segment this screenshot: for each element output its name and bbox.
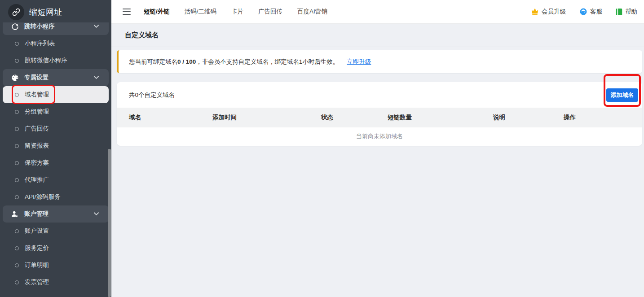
topbar: 短链/外链活码/二维码卡片广告回传百度AI营销 会员升级 客服 帮助 [111, 0, 644, 24]
sidebar-item[interactable]: 跳转微信小程序 [3, 52, 109, 69]
help-icon [616, 8, 622, 16]
domains-panel: 共0个自定义域名 添加域名 域名添加时间状态短链数量说明操作 当前尚未添加域名 [117, 82, 642, 146]
bullet-icon [15, 93, 19, 97]
customer-service-icon [579, 8, 587, 16]
app-title: 缩短网址 [29, 7, 62, 17]
topbar-actions: 会员升级 客服 帮助 [531, 8, 637, 16]
tab[interactable]: 广告回传 [258, 8, 282, 16]
sidebar-scrollbar-thumb[interactable] [108, 149, 111, 297]
upgrade-membership-button[interactable]: 会员升级 [531, 8, 566, 16]
column-header: 短链数量 [375, 108, 481, 127]
quota-alert: 您当前可绑定域名0 / 100，非会员不支持自定义域名，绑定域名1小时后生效。 … [117, 50, 642, 73]
sidebar-item[interactable]: 服务定价 [3, 240, 109, 257]
palette-icon [11, 74, 19, 82]
sidebar-item[interactable]: 代理推广 [3, 171, 109, 188]
sidebar-item[interactable]: 订单明细 [3, 257, 109, 274]
sidebar-item[interactable]: 小程序列表 [3, 35, 109, 52]
tab[interactable]: 百度AI营销 [297, 8, 327, 16]
column-header: 说明 [481, 108, 551, 127]
column-header: 状态 [309, 108, 375, 127]
tab[interactable]: 短链/外链 [144, 8, 170, 16]
column-header: 操作 [551, 108, 642, 127]
bullet-icon [15, 42, 19, 46]
bullet-icon [15, 195, 19, 199]
table-header-row: 域名添加时间状态短链数量说明操作 [117, 108, 642, 127]
sidebar-item[interactable]: 账户设置 [3, 223, 109, 240]
bullet-icon [15, 229, 19, 233]
domains-table: 域名添加时间状态短链数量说明操作 当前尚未添加域名 [117, 108, 642, 146]
table-empty-row: 当前尚未添加域名 [117, 127, 642, 146]
chevron-down-icon [94, 212, 99, 216]
tab[interactable]: 卡片 [231, 8, 243, 16]
hamburger-menu-icon[interactable] [123, 9, 131, 15]
sidebar-item[interactable]: 保密方案 [3, 154, 109, 171]
bullet-icon [15, 263, 19, 267]
sidebar-item[interactable]: 广告回传 [3, 120, 109, 137]
sidebar-item[interactable]: 发票管理 [3, 274, 109, 291]
domains-panel-header: 共0个自定义域名 添加域名 [117, 82, 642, 108]
sidebar-section[interactable]: 专属设置 [3, 69, 109, 86]
alert-text: 您当前可绑定域名 [129, 58, 177, 65]
tab[interactable]: 活码/二维码 [185, 8, 216, 16]
help-button[interactable]: 帮助 [616, 8, 637, 16]
user-gear-icon [11, 210, 19, 218]
bullet-icon [15, 161, 19, 165]
quota-value: 0 / 100 [177, 58, 196, 65]
sidebar-item[interactable]: 留资报表 [3, 137, 109, 154]
bullet-icon [15, 127, 19, 131]
page-header: 自定义域名 [111, 24, 644, 47]
column-header: 添加时间 [200, 108, 309, 127]
bullet-icon [15, 246, 19, 250]
upgrade-now-link[interactable]: 立即升级 [347, 58, 371, 66]
content: 您当前可绑定域名0 / 100，非会员不支持自定义域名，绑定域名1小时后生效。 … [111, 47, 644, 146]
sidebar: 跳转小程序 小程序列表 跳转微信小程序 专属设置 域名管理 分组管理 广告回传 … [0, 0, 111, 297]
alert-text-suffix: ，非会员不支持自定义域名，绑定域名1小时后生效。 [196, 58, 339, 65]
column-header: 域名 [117, 108, 200, 127]
add-domain-button[interactable]: 添加域名 [606, 88, 638, 102]
mini-program-icon [11, 23, 19, 31]
empty-state-text: 当前尚未添加域名 [117, 127, 642, 146]
sidebar-item[interactable]: API/源码服务 [3, 188, 109, 205]
sidebar-item[interactable]: 域名管理 [3, 86, 109, 103]
bullet-icon [15, 280, 19, 284]
crown-icon [531, 8, 539, 15]
sidebar-nav: 跳转小程序 小程序列表 跳转微信小程序 专属设置 域名管理 分组管理 广告回传 … [0, 18, 111, 291]
customer-service-button[interactable]: 客服 [579, 8, 602, 16]
chevron-down-icon [94, 76, 99, 79]
main-area: 短链/外链活码/二维码卡片广告回传百度AI营销 会员升级 客服 帮助 自定义域名… [111, 0, 644, 297]
page-title: 自定义域名 [125, 31, 159, 39]
bullet-icon [15, 110, 19, 114]
link-icon [8, 4, 24, 20]
sidebar-section[interactable]: 账户管理 [3, 205, 109, 223]
sidebar-item[interactable]: 分组管理 [3, 103, 109, 120]
domain-count-text: 共0个自定义域名 [129, 91, 175, 99]
chevron-down-icon [94, 25, 99, 28]
bullet-icon [15, 144, 19, 148]
app-logo: 缩短网址 [0, 0, 111, 22]
bullet-icon [15, 178, 19, 182]
topbar-tabs: 短链/外链活码/二维码卡片广告回传百度AI营销 [144, 8, 327, 16]
bullet-icon [15, 59, 19, 63]
